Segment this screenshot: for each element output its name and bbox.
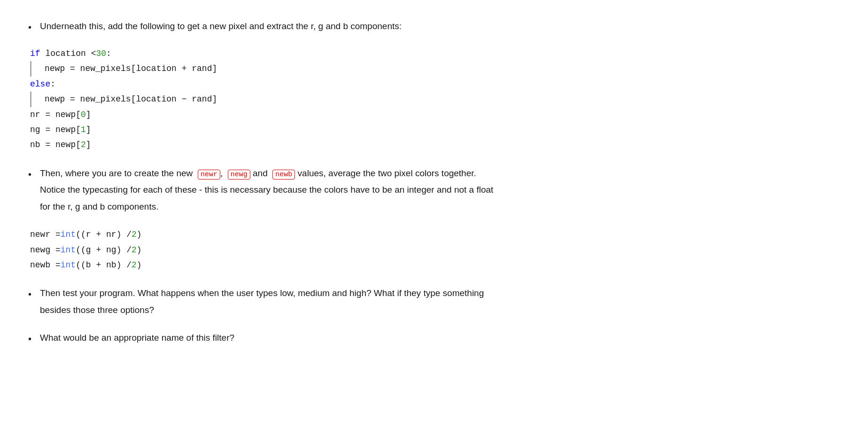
bullet-then: • Then, where you are to create the new … <box>28 166 686 216</box>
indent-block-else: newp = new_pixels[location − rand] <box>30 92 686 107</box>
code-text: location < <box>45 46 96 61</box>
page-content: • Underneath this, add the following to … <box>28 19 686 346</box>
inline-newr: newr <box>198 170 220 180</box>
indent-bar-2 <box>30 92 31 107</box>
bullet-dot: • <box>28 20 31 35</box>
code-block-2: newr = int((r + nr) / 2) newg = int((g +… <box>28 227 686 273</box>
keyword-else: else <box>30 77 50 92</box>
bullet-intro: • Underneath this, add the following to … <box>28 19 686 35</box>
code-line-newp1: newp = new_pixels[location + rand] <box>45 61 217 76</box>
num-30: 30 <box>96 46 106 61</box>
keyword-int-1: int <box>61 227 76 242</box>
then-text: Then, where you are to create the new ne… <box>40 166 493 216</box>
code-line-ng: ng = newp[1] <box>30 122 686 137</box>
code-line-if: if location < 30: <box>30 46 686 61</box>
code-line-else: else: <box>30 77 686 92</box>
code-line-nr: nr = newp[0] <box>30 107 686 122</box>
code-line-newg: newg = int((g + ng) / 2) <box>30 242 686 258</box>
indent-block-if: newp = new_pixels[location + rand] <box>30 61 686 76</box>
name-text: What would be an appropriate name of thi… <box>40 330 234 345</box>
intro-text: Underneath this, add the following to ge… <box>40 19 402 33</box>
test-text: Then test your program. What happens whe… <box>40 286 484 319</box>
keyword-if: if <box>30 46 40 61</box>
code-line-nb: nb = newp[2] <box>30 137 686 152</box>
keyword-int-3: int <box>61 258 76 273</box>
bullet-test: • Then test your program. What happens w… <box>28 286 686 319</box>
bullet-dot-3: • <box>28 287 31 302</box>
code-line-newb: newb = int((b + nb) / 2) <box>30 258 686 273</box>
inline-newg: newg <box>228 170 250 180</box>
inline-newb: newb <box>272 170 295 180</box>
indent-bar <box>30 61 31 76</box>
code-line-newr: newr = int((r + nr) / 2) <box>30 227 686 242</box>
bullet-dot-2: • <box>28 167 31 182</box>
keyword-int-2: int <box>61 242 76 258</box>
code-line-newp2: newp = new_pixels[location − rand] <box>45 92 217 107</box>
code-block-1: if location < 30: newp = new_pixels[loca… <box>28 46 686 153</box>
bullet-dot-4: • <box>28 331 31 346</box>
bullet-name: • What would be an appropriate name of t… <box>28 330 686 346</box>
